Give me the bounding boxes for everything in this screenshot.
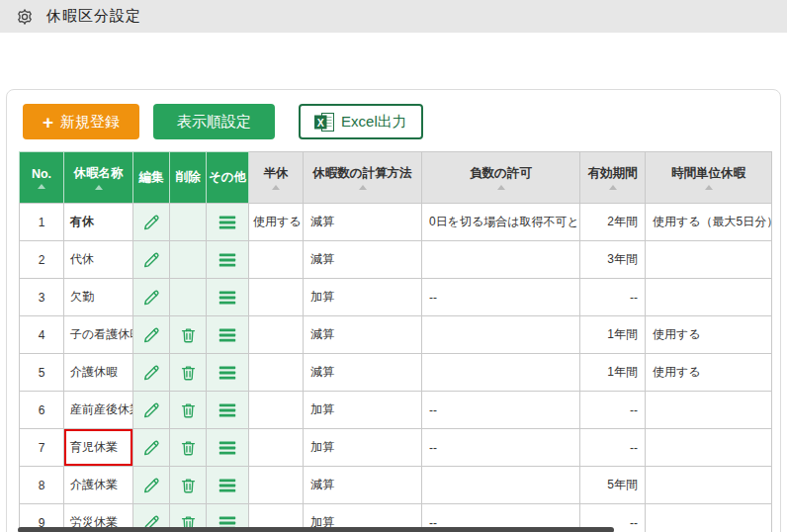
edit-button[interactable] (139, 211, 163, 234)
row-number-cell: 7 (20, 429, 64, 467)
sort-arrow-icon (705, 185, 713, 190)
leave-name: 介護休業 (70, 478, 118, 491)
delete-button[interactable] (177, 399, 200, 422)
leave-name: 有休 (70, 215, 94, 228)
delete-cell (170, 241, 207, 279)
leave-name-cell: 代休 (64, 241, 133, 279)
edit-cell (133, 204, 170, 241)
edit-button[interactable] (139, 361, 163, 385)
column-label: 時間単位休暇 (671, 165, 745, 182)
negative-allow-cell (422, 316, 580, 354)
column-header-calc[interactable]: 休暇数の計算方法 (304, 152, 422, 204)
column-label: 負数の許可 (470, 165, 532, 182)
hourly-leave-cell (646, 467, 772, 504)
half-day-cell (249, 279, 304, 316)
other-cell (207, 204, 249, 241)
leave-name-cell: 欠勤 (64, 279, 133, 316)
other-menu-button[interactable] (216, 475, 239, 496)
other-menu-button[interactable] (216, 362, 239, 384)
valid-period-cell: -- (580, 392, 646, 429)
valid-period-cell: 2年間 (580, 204, 646, 241)
menu-icon (218, 364, 237, 382)
hourly-leave-cell (646, 241, 772, 279)
column-header-delete: 削除 (170, 152, 207, 204)
edit-cell (133, 279, 170, 316)
horizontal-scrollbar[interactable] (18, 527, 614, 532)
edit-button[interactable] (139, 323, 163, 347)
hourly-leave-cell: 使用する (646, 316, 772, 354)
delete-button[interactable] (177, 323, 200, 347)
leave-name-cell: 介護休暇 (64, 354, 133, 392)
column-header-name[interactable]: 休暇名称 (64, 152, 133, 204)
other-cell (207, 467, 249, 504)
leave-name: 介護休暇 (70, 365, 118, 379)
menu-icon (218, 326, 237, 344)
column-label: 編集 (139, 169, 164, 186)
half-day-cell (249, 241, 304, 279)
edit-button[interactable] (139, 399, 163, 422)
pencil-icon (141, 325, 161, 345)
leave-name-cell: 介護休業 (64, 467, 133, 504)
column-header-hourly[interactable]: 時間単位休暇 (646, 152, 772, 204)
valid-period-cell: 3年間 (580, 241, 646, 279)
valid-period-cell: 1年間 (580, 316, 646, 354)
negative-allow-cell: -- (422, 279, 580, 316)
pencil-icon (141, 476, 161, 495)
trash-icon (179, 438, 198, 458)
column-label: 削除 (176, 169, 201, 186)
valid-period-cell: -- (580, 279, 646, 316)
column-header-period[interactable]: 有効期間 (580, 152, 646, 204)
edit-button[interactable] (139, 286, 163, 310)
excel-export-button[interactable]: X Excel出力 (299, 104, 423, 139)
menu-icon (218, 477, 237, 494)
negative-allow-cell: -- (422, 429, 580, 467)
edit-button[interactable] (139, 436, 163, 460)
toolbar: + 新規登録 表示順設定 X Excel出力 (23, 104, 780, 139)
calc-method-cell: 加算 (304, 392, 422, 429)
calc-method-cell: 減算 (304, 316, 422, 354)
column-header-negative[interactable]: 負数の許可 (422, 152, 580, 204)
leave-name: 代休 (70, 252, 94, 266)
half-day-cell (249, 392, 304, 429)
other-menu-button[interactable] (216, 212, 239, 233)
negative-allow-cell (422, 467, 580, 504)
leave-name: 欠勤 (70, 290, 94, 304)
display-order-button[interactable]: 表示順設定 (153, 104, 275, 139)
new-registration-label: 新規登録 (60, 113, 120, 132)
hourly-leave-cell (646, 392, 772, 429)
edit-button[interactable] (139, 474, 163, 497)
trash-icon (179, 400, 198, 420)
row-number-cell: 1 (20, 204, 64, 241)
column-label: 休暇名称 (74, 165, 124, 182)
menu-icon (218, 401, 237, 419)
table-row: 8 介護休業 (20, 467, 772, 504)
delete-cell (170, 392, 207, 429)
other-cell (207, 354, 249, 392)
column-header-no[interactable]: No. (20, 152, 64, 204)
delete-button[interactable] (177, 361, 200, 385)
edit-button[interactable] (139, 248, 163, 272)
leave-name-cell: 育児休業 (64, 429, 133, 467)
column-label: その他 (209, 169, 246, 186)
topbar: 休暇区分設定 (0, 0, 787, 33)
column-header-half[interactable]: 半休 (249, 152, 304, 204)
other-menu-button[interactable] (216, 399, 239, 421)
other-menu-button[interactable] (216, 437, 239, 459)
valid-period-cell: -- (580, 429, 646, 467)
menu-icon (218, 251, 237, 269)
other-menu-button[interactable] (216, 287, 239, 309)
other-menu-button[interactable] (216, 249, 239, 271)
half-day-cell (249, 316, 304, 354)
delete-button[interactable] (177, 436, 200, 460)
pencil-icon (141, 438, 161, 458)
other-menu-button[interactable] (216, 324, 239, 346)
column-label: 休暇数の計算方法 (312, 165, 411, 182)
new-registration-button[interactable]: + 新規登録 (23, 104, 139, 139)
sort-arrow-icon (359, 185, 367, 190)
plus-icon: + (43, 113, 53, 132)
table-row: 7 育児休業 (20, 429, 772, 467)
edit-cell (133, 467, 170, 504)
header-row: No. 休暇名称 編集 削除 その他 半休 休暇数の計算方法 (20, 152, 772, 204)
table-body: 1 有休 使用する 減算 (20, 204, 772, 532)
delete-button[interactable] (177, 474, 200, 497)
